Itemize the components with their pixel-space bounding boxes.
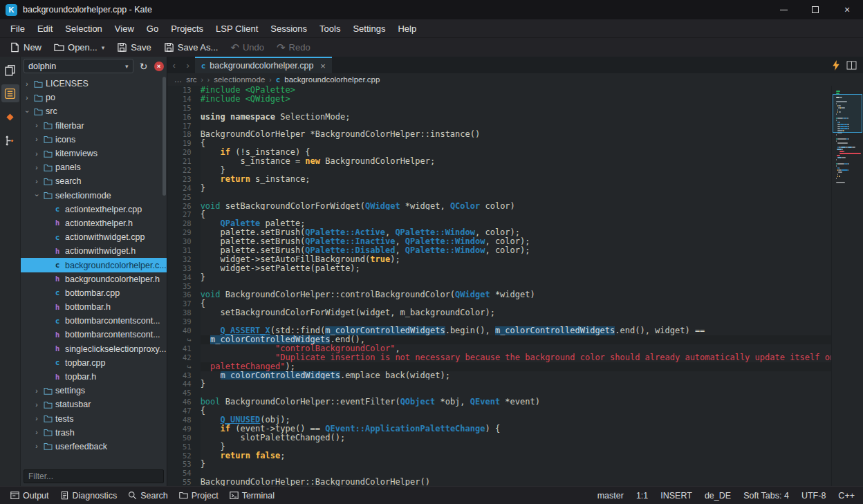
project-selector[interactable]: dolphin ▾: [24, 59, 133, 73]
save-as-button[interactable]: Save As...: [158, 40, 224, 55]
code-line-27[interactable]: 27{: [167, 210, 832, 219]
reload-project-button[interactable]: ↻: [137, 59, 151, 73]
code-view[interactable]: 13#include <QPalette>14#include <QWidget…: [167, 86, 832, 486]
code-line-49[interactable]: 49 if (event->type() == QEvent::Applicat…: [167, 424, 832, 433]
code-line-51[interactable]: 51 }: [167, 442, 832, 451]
code-line-13[interactable]: 13#include <QPalette>: [167, 86, 832, 95]
split-view-button[interactable]: [846, 61, 857, 70]
tab-settings[interactable]: Soft Tabs: 4: [743, 491, 789, 501]
tree-item-bottombarcontentscont[interactable]: cbottombarcontentscont...: [21, 314, 167, 328]
code-line-25[interactable]: 25: [167, 193, 832, 202]
code-line-30[interactable]: 30 palette.setBrush(QPalette::Inactive, …: [167, 237, 832, 246]
chevron-collapsed-icon[interactable]: ›: [33, 122, 40, 129]
breadcrumb-selectionmode[interactable]: selectionmode: [214, 75, 265, 84]
output-toolview-button[interactable]: Output: [6, 489, 54, 503]
code-line-29[interactable]: 29 palette.setBrush(QPalette::Active, QP…: [167, 228, 832, 237]
undo-button[interactable]: ↶Undo: [225, 40, 270, 55]
code-line-wrapped[interactable]: ↪ m_colorControlledWidgets.end(),: [167, 335, 832, 344]
chevron-collapsed-icon[interactable]: ›: [33, 178, 40, 185]
chevron-collapsed-icon[interactable]: ›: [33, 150, 40, 158]
tab-close-button[interactable]: ×: [320, 61, 326, 71]
highlighting-mode[interactable]: C++: [838, 491, 855, 501]
maximize-button[interactable]: [799, 0, 831, 19]
tree-item-tests[interactable]: ›tests: [21, 412, 167, 426]
code-line-34[interactable]: 34}: [167, 273, 832, 282]
encoding[interactable]: UTF-8: [801, 491, 826, 501]
tree-item-kitemviews[interactable]: ›kitemviews: [21, 147, 167, 160]
code-line-wrapped[interactable]: ↪ paletteChanged");: [167, 362, 832, 371]
code-line-24[interactable]: 24}: [167, 184, 832, 193]
code-line-28[interactable]: 28 QPalette palette;: [167, 219, 832, 228]
tree-item-panels[interactable]: ›panels: [21, 160, 167, 174]
redo-button[interactable]: ↷Redo: [271, 40, 316, 55]
code-line-16[interactable]: 16using namespace SelectionMode;: [167, 113, 832, 122]
code-line-54[interactable]: 54: [167, 469, 832, 478]
tree-scrollbar[interactable]: [163, 77, 166, 196]
diagnostics-toolview-button[interactable]: Diagnostics: [55, 489, 122, 503]
code-line-53[interactable]: 53}: [167, 460, 832, 469]
code-line-31[interactable]: 31 palette.setBrush(QPalette::Disabled, …: [167, 246, 832, 255]
code-line-35[interactable]: 35: [167, 282, 832, 291]
tree-item-backgroundcolorhelper-c[interactable]: cbackgroundcolorhelper.c...: [21, 258, 167, 272]
menu-selection[interactable]: Selection: [59, 21, 108, 37]
code-line-42[interactable]: 42 "Duplicate insertion is not necessary…: [167, 353, 832, 362]
tab-back-button[interactable]: ‹: [167, 57, 181, 73]
code-line-52[interactable]: 52 return false;: [167, 451, 832, 460]
tree-item-singleclickselectionproxy[interactable]: hsingleclickselectionproxy...: [21, 342, 167, 356]
search-toolview-button[interactable]: Search: [123, 489, 173, 503]
code-line-23[interactable]: 23 return s_instance;: [167, 175, 832, 184]
tree-item-topbar-cpp[interactable]: ctopbar.cpp: [21, 356, 167, 370]
git-toolview-button[interactable]: [1, 108, 19, 126]
tree-item-actiontexthelper-cpp[interactable]: cactiontexthelper.cpp: [21, 203, 167, 216]
code-line-15[interactable]: 15: [167, 104, 832, 113]
documents-toolview-button[interactable]: [1, 61, 19, 79]
tree-item-src[interactable]: ›src: [21, 104, 167, 118]
code-line-18[interactable]: 18BackgroundColorHelper *BackgroundColor…: [167, 130, 832, 139]
menu-help[interactable]: Help: [391, 21, 423, 37]
tree-item-filterbar[interactable]: ›filterbar: [21, 119, 167, 133]
code-line-50[interactable]: 50 slotPaletteChanged();: [167, 433, 832, 442]
code-line-32[interactable]: 32 widget->setAutoFillBackground(true);: [167, 255, 832, 264]
tree-item-trash[interactable]: ›trash: [21, 426, 167, 440]
lsp-quick-action-button[interactable]: [833, 60, 839, 71]
chevron-collapsed-icon[interactable]: ›: [33, 429, 40, 436]
code-line-44[interactable]: 44}: [167, 380, 832, 389]
chevron-collapsed-icon[interactable]: ›: [33, 442, 40, 450]
menu-lsp-client[interactable]: LSP Client: [210, 21, 264, 37]
open-button[interactable]: Open...▾: [48, 40, 110, 55]
code-line-40[interactable]: 40 Q_ASSERT_X(std::find(m_colorControlle…: [167, 326, 832, 335]
terminal-toolview-button[interactable]: Terminal: [225, 489, 279, 503]
chevron-collapsed-icon[interactable]: ›: [33, 415, 40, 422]
code-line-36[interactable]: 36void BackgroundColorHelper::controlBac…: [167, 290, 832, 299]
tree-item-backgroundcolorhelper-h[interactable]: hbackgroundcolorhelper.h: [21, 272, 167, 286]
new-button[interactable]: New: [4, 40, 47, 55]
code-line-48[interactable]: 48 Q_UNUSED(obj);: [167, 416, 832, 424]
code-line-45[interactable]: 45: [167, 389, 832, 398]
code-line-37[interactable]: 37{: [167, 299, 832, 308]
tree-item-icons[interactable]: ›icons: [21, 133, 167, 147]
chevron-expanded-icon[interactable]: ›: [24, 108, 31, 115]
menu-file[interactable]: File: [4, 21, 31, 37]
project-toolview-button[interactable]: Project: [174, 489, 223, 503]
tab-backgroundcolorhelper-cpp[interactable]: c backgroundcolorhelper.cpp ×: [195, 57, 332, 73]
tree-item-settings[interactable]: ›settings: [21, 384, 167, 398]
symbols-toolview-button[interactable]: [1, 131, 19, 149]
tree-item-po[interactable]: ›po: [21, 91, 167, 104]
tab-forward-button[interactable]: ›: [181, 57, 195, 73]
chevron-collapsed-icon[interactable]: ›: [24, 94, 30, 102]
dictionary[interactable]: de_DE: [705, 491, 731, 501]
code-line-38[interactable]: 38 setBackgroundColorForWidget(widget, m…: [167, 308, 832, 317]
tree-item-actionwithwidget-h[interactable]: hactionwithwidget.h: [21, 244, 167, 258]
breadcrumb-ellipsis[interactable]: …: [174, 75, 183, 84]
tree-item-search[interactable]: ›search: [21, 174, 167, 188]
cursor-position[interactable]: 1:1: [636, 491, 648, 501]
tree-item-topbar-h[interactable]: htopbar.h: [21, 370, 167, 384]
menu-tools[interactable]: Tools: [313, 21, 346, 37]
tree-item-selectionmode[interactable]: ›selectionmode: [21, 189, 167, 203]
close-button[interactable]: ×: [831, 0, 863, 19]
chevron-expanded-icon[interactable]: ›: [33, 192, 41, 199]
code-line-43[interactable]: 43 m_colorControlledWidgets.emplace_back…: [167, 371, 832, 380]
code-line-47[interactable]: 47{: [167, 407, 832, 416]
breadcrumb-src[interactable]: src: [186, 75, 196, 84]
input-mode[interactable]: INSERT: [660, 491, 692, 501]
